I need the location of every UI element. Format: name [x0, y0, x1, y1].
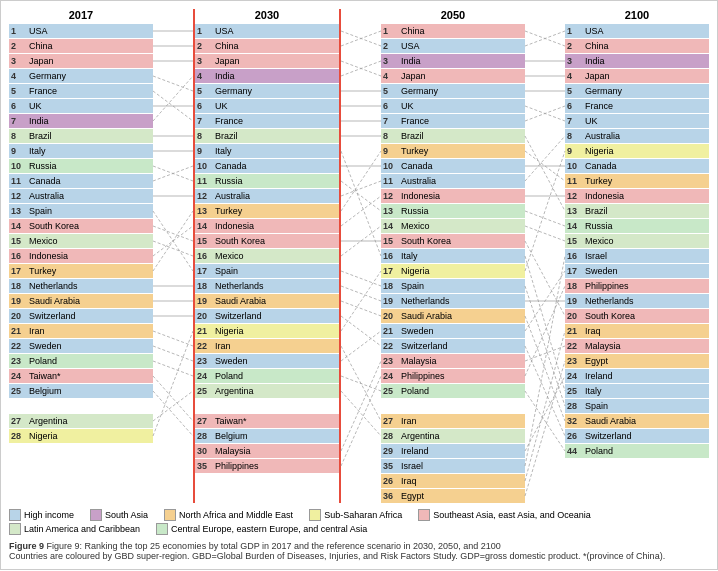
rank-number: 16 — [383, 251, 401, 261]
rank-number: 5 — [11, 86, 29, 96]
country-name: Turkey — [401, 146, 428, 156]
list-item: 4Germany — [9, 69, 153, 83]
rank-number: 22 — [11, 341, 29, 351]
country-name: Saudi Arabia — [401, 311, 452, 321]
caption-text: Figure 9: Ranking the top 25 economies b… — [47, 541, 501, 551]
col-2017: 2017 1USA2China3Japan4Germany5France6UK7… — [9, 9, 153, 503]
svg-line-75 — [525, 346, 565, 436]
svg-line-71 — [525, 286, 565, 406]
list-item: 18Netherlands — [195, 279, 339, 293]
rank-number: 2 — [567, 41, 585, 51]
list-item: 32Saudi Arabia — [565, 414, 709, 428]
list-item: 26Switzerland — [565, 429, 709, 443]
country-name: Canada — [401, 161, 433, 171]
country-name: Argentina — [215, 386, 254, 396]
country-name: Mexico — [585, 236, 614, 246]
country-name: Philippines — [585, 281, 629, 291]
svg-line-64 — [525, 136, 565, 181]
list-item: 5France — [9, 84, 153, 98]
list-item: 26Iraq — [381, 474, 525, 488]
country-name: Japan — [29, 56, 54, 66]
rank-number: 21 — [567, 326, 585, 336]
rank-number: 12 — [197, 191, 215, 201]
col-2017-header: 2017 — [9, 9, 153, 24]
country-name: UK — [215, 101, 228, 111]
country-name: Turkey — [29, 266, 56, 276]
rank-number: 10 — [197, 161, 215, 171]
list-item: 15Mexico — [565, 234, 709, 248]
legend-label: Southeast Asia, east Asia, and Oceania — [433, 510, 591, 520]
rank-number: 23 — [11, 356, 29, 366]
svg-line-47 — [341, 271, 381, 331]
svg-line-46 — [341, 316, 381, 346]
svg-line-66 — [525, 211, 565, 226]
svg-line-38 — [341, 181, 381, 196]
list-item: 25Argentina — [195, 384, 339, 398]
rank-number: 22 — [197, 341, 215, 351]
rank-number: 24 — [197, 371, 215, 381]
country-name: Japan — [215, 56, 240, 66]
country-name: Germany — [585, 86, 622, 96]
legend-item: North Africa and Middle East — [164, 509, 293, 521]
rank-number: 8 — [197, 131, 215, 141]
list-item — [9, 399, 153, 413]
country-name: Ireland — [585, 371, 613, 381]
rank-number: 2 — [383, 41, 401, 51]
rank-number: 22 — [567, 341, 585, 351]
list-item: 24Poland — [195, 369, 339, 383]
rank-number: 4 — [197, 71, 215, 81]
legend-item: Southeast Asia, east Asia, and Oceania — [418, 509, 591, 521]
list-item: 9Italy — [195, 144, 339, 158]
rank-number: 10 — [567, 161, 585, 171]
country-name: USA — [215, 26, 234, 36]
country-name: Brazil — [401, 131, 424, 141]
country-name: South Korea — [29, 221, 79, 231]
list-item: 25Belgium — [9, 384, 153, 398]
col-2030-header: 2030 — [195, 9, 339, 24]
country-name: Russia — [29, 161, 57, 171]
list-item: 4Japan — [565, 69, 709, 83]
country-name: Poland — [401, 386, 429, 396]
rank-number: 23 — [197, 356, 215, 366]
country-name: India — [585, 56, 605, 66]
rank-number: 13 — [11, 206, 29, 216]
list-item: 20Switzerland — [195, 309, 339, 323]
list-item: 35Israel — [381, 459, 525, 473]
rank-number: 1 — [567, 26, 585, 36]
country-name: Switzerland — [29, 311, 76, 321]
rank-number: 26 — [383, 476, 401, 486]
chart-container: 2017 1USA2China3Japan4Germany5France6UK7… — [0, 0, 718, 570]
country-name: Germany — [29, 71, 66, 81]
col-2100: 2100 1USA2China3India4Japan5Germany6Fran… — [565, 9, 709, 503]
country-name: Australia — [401, 176, 436, 186]
list-item: 22Malaysia — [565, 339, 709, 353]
list-item: 28Argentina — [381, 429, 525, 443]
rank-number: 14 — [567, 221, 585, 231]
svg-line-53 — [341, 376, 381, 466]
rank-number: 24 — [11, 371, 29, 381]
rank-number: 36 — [383, 491, 401, 501]
list-item: 22Sweden — [9, 339, 153, 353]
country-name: Argentina — [401, 431, 440, 441]
rank-number: 3 — [197, 56, 215, 66]
country-name: France — [215, 116, 243, 126]
country-name: Switzerland — [401, 341, 448, 351]
country-name: UK — [585, 116, 598, 126]
col-2030: 2030 1USA2China3Japan4India5Germany6UK7F… — [193, 9, 341, 503]
country-name: Brazil — [29, 131, 52, 141]
list-item: 16Italy — [381, 249, 525, 263]
svg-line-78 — [525, 391, 565, 451]
rank-number: 18 — [197, 281, 215, 291]
rank-number: 35 — [197, 461, 215, 471]
list-item: 16Mexico — [195, 249, 339, 263]
svg-line-24 — [153, 391, 193, 436]
list-item: 27Taiwan* — [195, 414, 339, 428]
list-item: 14Mexico — [381, 219, 525, 233]
svg-line-79 — [525, 376, 565, 451]
legend-item: Sub-Saharan Africa — [309, 509, 402, 521]
rank-number: 9 — [383, 146, 401, 156]
rank-number: 28 — [11, 431, 29, 441]
col-2100-header: 2100 — [565, 9, 709, 24]
rank-number: 4 — [11, 71, 29, 81]
list-item: 3India — [381, 54, 525, 68]
